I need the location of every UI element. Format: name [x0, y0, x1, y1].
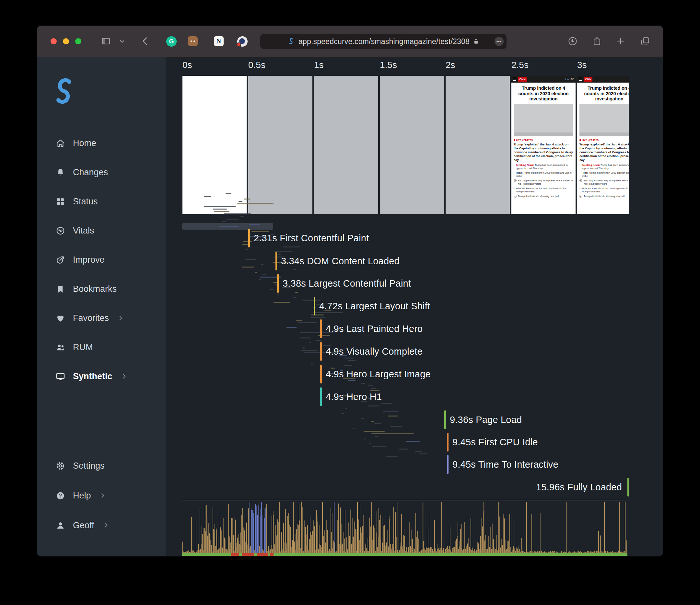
- speedcurve-app: HomeChangesStatusVitalsImproveBookmarksF…: [37, 57, 663, 556]
- milestone-label: 4.9s Visually Complete: [326, 345, 423, 358]
- milestone-label: 3.34s DOM Content Loaded: [281, 255, 400, 267]
- milestone-label: 4.9s Hero Largest Image: [326, 368, 431, 380]
- milestone-time: 4.9s: [326, 369, 344, 379]
- milestone-tick: [248, 229, 250, 247]
- url-bar[interactable]: app.speedcurve.com/smashingmagazine/test…: [260, 34, 506, 49]
- milestone-tick: [444, 410, 446, 429]
- milestone-time: 9.36s: [450, 415, 473, 425]
- milestone-tick: [320, 365, 322, 384]
- milestone-label: 4.9s Last Painted Hero: [326, 322, 423, 335]
- grammarly-extension-icon[interactable]: G: [166, 36, 177, 47]
- milestone-label: 9.45s Time To Interactive: [452, 458, 558, 471]
- loom-extension-icon[interactable]: [237, 36, 248, 47]
- milestone-name: Last Painted Hero: [346, 323, 423, 334]
- milestone-name: Hero Largest Image: [346, 369, 431, 379]
- milestone-name: First Contentful Paint: [280, 233, 369, 243]
- milestone-label: 3.38s Largest Contentful Paint: [282, 277, 411, 290]
- milestone-name: Largest Contentful Paint: [308, 278, 411, 289]
- download-icon[interactable]: [568, 36, 577, 46]
- milestone-time: 4.9s: [326, 392, 344, 402]
- milestone-tick: [320, 342, 322, 361]
- milestone-time: 2.31s: [254, 233, 277, 243]
- milestone-name: Time To Interactive: [478, 459, 558, 470]
- milestone-time: 3.34s: [281, 256, 304, 266]
- tab-overview-icon[interactable]: [640, 36, 650, 46]
- milestone-time: 9.45s: [452, 459, 476, 470]
- url-text: app.speedcurve.com/smashingmagazine/test…: [298, 37, 470, 46]
- cpu-usage-chart: [182, 500, 627, 556]
- milestone-name: Page Load: [476, 415, 522, 425]
- milestone-name: Hero H1: [346, 392, 382, 402]
- tabgroup-chevron-icon[interactable]: [119, 38, 126, 45]
- milestone-name: DOM Content Loaded: [307, 256, 400, 266]
- milestone-tick: [314, 297, 315, 315]
- milestone-label: 2.31s First Contentful Paint: [254, 232, 369, 244]
- milestone-label: 9.45s First CPU Idle: [452, 436, 538, 449]
- back-icon[interactable]: [140, 36, 150, 46]
- milestone-time: 4.9s: [326, 323, 344, 334]
- milestone-tick: [447, 433, 449, 451]
- milestone-time: 3.38s: [282, 278, 306, 289]
- milestone-name: Fully Loaded: [568, 482, 622, 492]
- desktop-background: { "browser": { "url": "app.speedcurve.co…: [0, 0, 700, 605]
- speedcurve-favicon-icon: [288, 37, 295, 45]
- milestone-tick: [447, 455, 449, 474]
- browser-window: G N app.speedcurve.com/smashingmagazine/…: [37, 26, 663, 556]
- sidebar-toggle-icon[interactable]: [101, 36, 111, 46]
- share-icon[interactable]: [592, 36, 602, 46]
- milestone-tick: [277, 274, 279, 293]
- milestone-tick: [627, 478, 629, 497]
- milestone-time: 15.96s: [536, 482, 565, 492]
- milestone-label: 4.9s Hero H1: [326, 390, 382, 403]
- milestone-name: Visually Complete: [346, 346, 423, 357]
- more-options-icon[interactable]: •••: [495, 37, 504, 46]
- milestone-label: 4.72s Largest Layout Shift: [319, 299, 430, 313]
- zoom-window-button[interactable]: [75, 38, 81, 44]
- notion-letter: N: [217, 37, 221, 45]
- milestone-tick: [320, 319, 322, 338]
- milestone-label: 9.36s Page Load: [450, 413, 522, 426]
- minimize-window-button[interactable]: [63, 38, 69, 44]
- bear-extension-icon[interactable]: [188, 36, 198, 46]
- milestone-tick: [275, 252, 277, 270]
- milestone-label: 15.96s Fully Loaded: [536, 481, 622, 494]
- browser-toolbar: G N app.speedcurve.com/smashingmagazine/…: [37, 26, 663, 58]
- new-tab-icon[interactable]: [616, 36, 625, 46]
- milestone-time: 4.9s: [326, 346, 344, 357]
- milestone-name: First CPU Idle: [478, 437, 538, 447]
- notion-extension-icon[interactable]: N: [214, 36, 224, 46]
- milestone-time: 4.72s: [319, 301, 343, 311]
- grammarly-letter: G: [169, 38, 174, 45]
- waterfall-milestones: 2.31s First Contentful Paint3.34s DOM Co…: [37, 57, 663, 556]
- milestone-tick: [320, 387, 322, 406]
- milestone-time: 9.45s: [452, 437, 476, 447]
- close-window-button[interactable]: [51, 38, 57, 44]
- milestone-name: Largest Layout Shift: [345, 301, 430, 311]
- lock-icon: [473, 38, 479, 45]
